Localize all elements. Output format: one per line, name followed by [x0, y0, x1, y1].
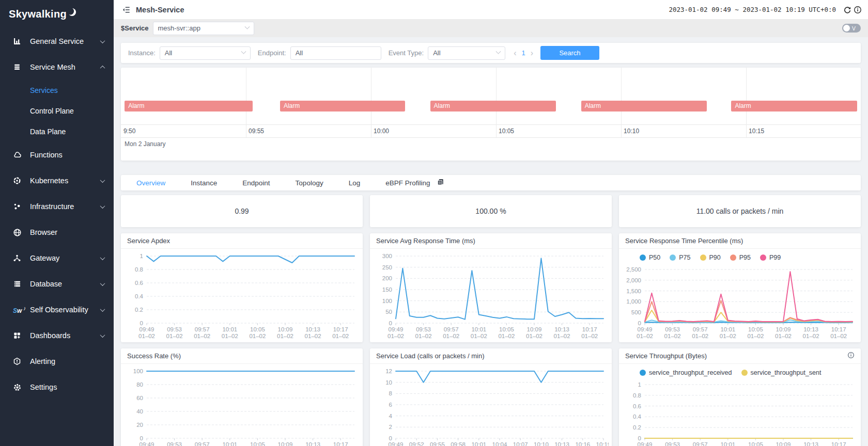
sidebar-item-label: Data Plane	[30, 128, 66, 136]
sidebar-item-label: Functions	[30, 151, 104, 159]
chart-plot-area: service_throughput_receivedservice_throu…	[619, 364, 861, 446]
chart-card: Service Load (calls or packets / min)024…	[370, 348, 612, 446]
chart-card: Service Avg Response Time (ms)0501001502…	[370, 233, 612, 342]
alarm-event-bar[interactable]: Alarm	[280, 101, 405, 112]
svg-text:09:53: 09:53	[665, 326, 680, 332]
svg-text:10: 10	[385, 379, 392, 386]
endpoint-input[interactable]	[290, 46, 381, 60]
gear-icon	[13, 383, 23, 391]
svg-text:01–02: 01–02	[166, 333, 183, 339]
view-toggle[interactable]: V	[842, 24, 861, 33]
sidebar-item-database[interactable]: Database	[0, 271, 114, 297]
instance-filter-label: Instance:	[128, 49, 156, 57]
timeline-tick-label: 10:10	[624, 128, 639, 135]
svg-text:0: 0	[140, 320, 143, 326]
prev-page-icon[interactable]: ‹	[514, 49, 516, 58]
chart-svg: 05010015020025030009:4901–0209:5301–0209…	[373, 251, 609, 340]
chart-card-header: Service Avg Response Time (ms)	[370, 233, 612, 249]
toggle-label: V	[852, 25, 856, 31]
legend-label: P90	[709, 254, 721, 261]
chevron-down-icon	[100, 281, 105, 286]
collapse-sidebar-icon[interactable]	[122, 6, 131, 14]
metric-cards-row: 0.99100.00%11.00calls or packets / min	[121, 195, 861, 227]
alarm-event-bar[interactable]: Alarm	[581, 101, 707, 112]
svg-text:2,500: 2,500	[626, 266, 641, 273]
event-timeline-plot: 9:5009:5510:0010:0510:1010:15AlarmAlarmA…	[121, 68, 861, 138]
svg-text:01–02: 01–02	[720, 333, 736, 339]
svg-text:0: 0	[389, 320, 392, 326]
chevron-down-icon	[100, 38, 105, 43]
svg-text:4: 4	[389, 413, 393, 419]
tab-topology[interactable]: Topology	[296, 179, 323, 187]
alarm-event-bar[interactable]: Alarm	[430, 101, 556, 112]
svg-text:09:57: 09:57	[693, 326, 708, 332]
chart-card-header: Service Throughput (Bytes)	[619, 348, 861, 364]
sidebar-item-infrastructure[interactable]: Infrastructure	[0, 194, 114, 219]
sidebar-item-label: Gateway	[30, 254, 101, 262]
search-button[interactable]: Search	[540, 46, 599, 60]
sidebar-subitem-control-plane[interactable]: Control Plane	[0, 101, 114, 121]
sidebar-item-alerting[interactable]: Alerting	[0, 348, 114, 374]
sidebar-item-label: Browser	[30, 228, 104, 236]
info-icon[interactable]	[847, 352, 855, 360]
page-number[interactable]: 1	[521, 49, 525, 57]
chevron-down-icon	[100, 203, 105, 209]
timeline-axis-line	[121, 124, 861, 125]
sidebar-item-label: Infrastructure	[30, 202, 101, 211]
tab-instance[interactable]: Instance	[191, 179, 217, 187]
legend-item-p75[interactable]: P75	[670, 254, 690, 261]
time-range-picker[interactable]: 2023-01-02 09:49 ~ 2023-01-02 10:19 UTC+…	[669, 6, 836, 13]
sidebar-item-service-mesh[interactable]: Service Mesh	[0, 54, 114, 80]
sidebar-subitem-data-plane[interactable]: Data Plane	[0, 121, 114, 142]
sidebar-item-label: Database	[30, 280, 101, 288]
chevron-down-icon	[100, 255, 105, 260]
tab-ebpf-profiling[interactable]: eBPF Profiling	[385, 178, 444, 187]
dots-icon	[13, 202, 23, 211]
legend-item-service_throughput_sent[interactable]: service_throughput_sent	[741, 369, 822, 376]
sidebar-item-functions[interactable]: Functions	[0, 142, 114, 168]
svg-text:1: 1	[140, 253, 143, 259]
instance-select[interactable]: All	[160, 46, 251, 60]
main-area: Mesh-Service 2023-01-02 09:49 ~ 2023-01-…	[114, 0, 868, 446]
alarm-event-bar[interactable]: Alarm	[125, 101, 253, 112]
sidebar-item-dashboards[interactable]: Dashboards	[0, 323, 114, 348]
legend-item-p50[interactable]: P50	[640, 254, 660, 261]
sidebar-item-settings[interactable]: Settings	[0, 374, 114, 400]
globe-icon	[13, 228, 23, 236]
event-type-select[interactable]: All	[428, 46, 505, 60]
tab-endpoint[interactable]: Endpoint	[242, 179, 270, 187]
svg-text:01–02: 01–02	[775, 333, 792, 339]
chart-card-header: Service Apdex	[121, 233, 363, 249]
sidebar-item-self-observability[interactable]: Sw﹚Self Observability	[0, 297, 114, 323]
sidebar-nav: General ServiceService MeshServicesContr…	[0, 28, 114, 400]
copy-icon[interactable]	[437, 178, 444, 187]
sidebar-item-general-service[interactable]: General Service	[0, 28, 114, 54]
svg-text:01–02: 01–02	[415, 333, 432, 339]
refresh-icon[interactable]	[843, 6, 851, 14]
legend-dot	[741, 370, 748, 376]
legend-dot	[640, 370, 646, 376]
alarm-event-bar[interactable]: Alarm	[731, 101, 857, 112]
sidebar-item-gateway[interactable]: Gateway	[0, 245, 114, 271]
sidebar-item-kubernetes[interactable]: Kubernetes	[0, 168, 114, 194]
service-select[interactable]: mesh-svr::app	[153, 22, 254, 35]
legend-item-p90[interactable]: P90	[700, 254, 721, 261]
legend-item-p99[interactable]: P99	[760, 254, 781, 261]
next-page-icon[interactable]: ›	[531, 49, 533, 58]
legend-label: P75	[679, 254, 690, 261]
chart-legend: service_throughput_receivedservice_throu…	[622, 366, 858, 379]
legend-item-p95[interactable]: P95	[730, 254, 751, 261]
tab-log[interactable]: Log	[349, 179, 361, 187]
info-icon[interactable]	[854, 6, 862, 14]
svg-text:09:49: 09:49	[140, 326, 154, 332]
svg-text:10:05: 10:05	[499, 326, 514, 332]
sidebar-subitem-services[interactable]: Services	[0, 80, 114, 101]
app-logo[interactable]: Skywalking	[0, 0, 114, 28]
chevron-down-icon	[100, 307, 105, 312]
svg-text:0.4: 0.4	[633, 413, 642, 420]
tab-overview[interactable]: Overview	[136, 179, 165, 187]
sidebar-item-browser[interactable]: Browser	[0, 219, 114, 245]
legend-item-service_throughput_received[interactable]: service_throughput_received	[640, 369, 732, 376]
timeline-tick-label: 10:05	[499, 128, 514, 135]
tab-label: eBPF Profiling	[385, 179, 430, 187]
